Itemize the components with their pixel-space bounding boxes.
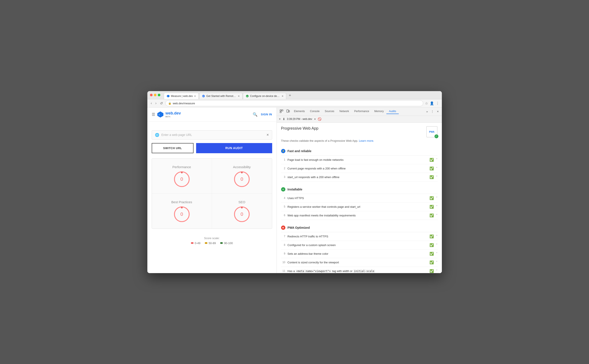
audit-item-9: 9 Sets an address-bar theme color ✅ ˅	[281, 249, 437, 258]
tab-close-1[interactable]: ×	[194, 94, 196, 98]
pwa-learn-more[interactable]: Learn more.	[359, 139, 374, 142]
scale-dot-yellow	[205, 242, 207, 244]
security-icon: 🔒	[168, 102, 171, 105]
devtools-settings-button[interactable]: ⋮	[429, 109, 435, 114]
audit-check-4: ✅	[429, 196, 434, 200]
pwa-badge: PWA ✓	[426, 126, 437, 137]
audit-chevron-5[interactable]: ˅	[436, 205, 437, 208]
browser-tab-1[interactable]: › Measure | web.dev ×	[164, 93, 199, 99]
audit-chevron-1[interactable]: ˅	[436, 158, 437, 162]
header-actions: 🔍 SIGN IN	[253, 112, 272, 117]
audits-content: Progressive Web App PWA ✓ These checks v…	[277, 123, 442, 273]
devtools-actions: ⋮ ×	[429, 109, 440, 114]
hamburger-menu[interactable]: ☰	[152, 112, 155, 117]
search-button[interactable]: 🔍	[253, 112, 257, 117]
url-bar[interactable]: 🔒 web.dev/measure	[165, 100, 423, 106]
devtools-more-tabs[interactable]: »	[425, 109, 429, 114]
devtools-add-button[interactable]: +	[279, 117, 281, 121]
back-button[interactable]: ‹	[150, 100, 153, 106]
audit-text-1: Page load is fast enough on mobile netwo…	[288, 158, 427, 162]
score-dot-performance	[181, 172, 183, 173]
audit-num-1: 1	[281, 158, 285, 161]
audit-item-3: 3 start_url responds with a 200 when off…	[281, 173, 437, 182]
scale-item-green: 90-100	[220, 241, 233, 245]
audit-check-10: ✅	[429, 260, 434, 264]
audit-actions: SWITCH URL RUN AUDIT	[152, 143, 272, 153]
score-label-seo: SEO	[238, 200, 245, 204]
bookmark-icon[interactable]: ☆	[425, 101, 428, 105]
minimize-button[interactable]	[154, 94, 156, 96]
score-circle-accessibility: 0	[234, 171, 250, 187]
section-title-fast: Fast and reliable	[288, 149, 311, 153]
audit-num-9: 9	[281, 252, 285, 255]
svg-rect-12	[289, 110, 289, 112]
refresh-button[interactable]: ↺	[159, 100, 164, 106]
scale-range-yellow: 50-89	[209, 241, 216, 245]
devtools-device-button[interactable]	[285, 109, 291, 115]
score-card-performance: Performance 0	[152, 159, 212, 194]
devtools-close-button[interactable]: ×	[435, 109, 440, 114]
browser-tab-3[interactable]: A Configure on-device develope... ×	[243, 93, 286, 99]
browser-window: › Measure | web.dev × C Get Started with…	[147, 91, 442, 273]
score-label-accessibility: Accessibility	[233, 165, 251, 169]
tab-network[interactable]: Network	[337, 109, 352, 114]
audit-text-5: Registers a service worker that controls…	[288, 205, 427, 208]
audit-chevron-10[interactable]: ˅	[436, 260, 437, 264]
maximize-button[interactable]	[158, 94, 160, 96]
tab-sources[interactable]: Sources	[322, 109, 337, 114]
new-tab-button[interactable]: +	[287, 92, 294, 99]
url-input-placeholder[interactable]: Enter a web page URL	[161, 133, 267, 136]
switch-url-button[interactable]: SWITCH URL	[152, 143, 194, 153]
tab-memory[interactable]: Memory	[372, 109, 386, 114]
audit-chevron-9[interactable]: ˅	[436, 252, 437, 255]
devtools-tabs: Elements Console Sources Network Perform…	[291, 109, 425, 114]
audit-num-6: 6	[281, 214, 285, 217]
audit-num-4: 4	[281, 196, 285, 200]
tab-audits[interactable]: Audits	[386, 109, 399, 114]
audit-item-1: 1 Page load is fast enough on mobile net…	[281, 156, 437, 164]
pwa-header: Progressive Web App PWA ✓	[281, 126, 437, 137]
audit-text-11: Has a <meta name="viewport"> tag with wi…	[288, 269, 427, 273]
audit-num-8: 8	[281, 243, 285, 247]
audit-chevron-4[interactable]: ˅	[436, 196, 437, 200]
tab-close-3[interactable]: ×	[282, 94, 283, 98]
devtools-download-button[interactable]: ⬇	[283, 117, 285, 121]
tab-close-2[interactable]: ×	[238, 94, 240, 98]
sign-in-button[interactable]: SIGN IN	[261, 113, 272, 116]
menu-icon[interactable]: ⋮	[436, 101, 439, 105]
audit-chevron-6[interactable]: ˅	[436, 214, 437, 217]
forward-button[interactable]: ›	[154, 100, 157, 106]
address-bar: ‹ › ↺ 🔒 web.dev/measure ☆ 👤 ⋮	[147, 99, 442, 108]
scale-dot-green	[220, 242, 223, 244]
audit-chevron-11[interactable]: ˅	[436, 269, 437, 273]
audit-check-7: ✅	[429, 234, 434, 239]
audit-chevron-8[interactable]: ˅	[436, 243, 437, 247]
audit-check-8: ✅	[429, 243, 434, 247]
run-audit-button[interactable]: RUN AUDIT	[196, 143, 272, 153]
svg-text:A: A	[246, 95, 248, 97]
account-icon[interactable]: 👤	[430, 101, 434, 105]
devtools-inspect-button[interactable]	[278, 109, 285, 115]
audit-item-4: 4 Uses HTTPS ✅ ˅	[281, 194, 437, 202]
score-card-seo: SEO 0	[212, 194, 272, 228]
score-dot-accessibility	[241, 172, 243, 173]
browser-tab-2[interactable]: C Get Started with Remote Debu... ×	[199, 93, 242, 99]
score-circle-seo: 0	[234, 207, 250, 222]
audit-chevron-2[interactable]: ˅	[436, 167, 437, 170]
score-scale-label: Score scale:	[204, 237, 220, 240]
url-text: web.dev/measure	[173, 102, 195, 105]
devtools-stop-button[interactable]: 🚫	[318, 117, 321, 121]
clear-url-button[interactable]: ×	[267, 133, 269, 137]
traffic-lights	[150, 94, 160, 96]
tab-console[interactable]: Console	[308, 109, 322, 114]
tab-elements[interactable]: Elements	[291, 109, 308, 114]
audit-chevron-3[interactable]: ˅	[436, 175, 437, 179]
tab-performance[interactable]: Performance	[352, 109, 372, 114]
svg-rect-10	[282, 110, 283, 111]
audit-text-9: Sets an address-bar theme color	[288, 252, 427, 255]
devtools-timestamp-dropdown[interactable]: ▼	[314, 118, 316, 120]
close-button[interactable]	[150, 94, 153, 96]
devtools-timestamp: 3:39:29 PM - web.dev	[287, 117, 312, 121]
audit-chevron-7[interactable]: ˅	[436, 234, 437, 238]
webdev-page: ☰ › web.dev BETA 🔍 SIGN IN	[147, 108, 277, 273]
